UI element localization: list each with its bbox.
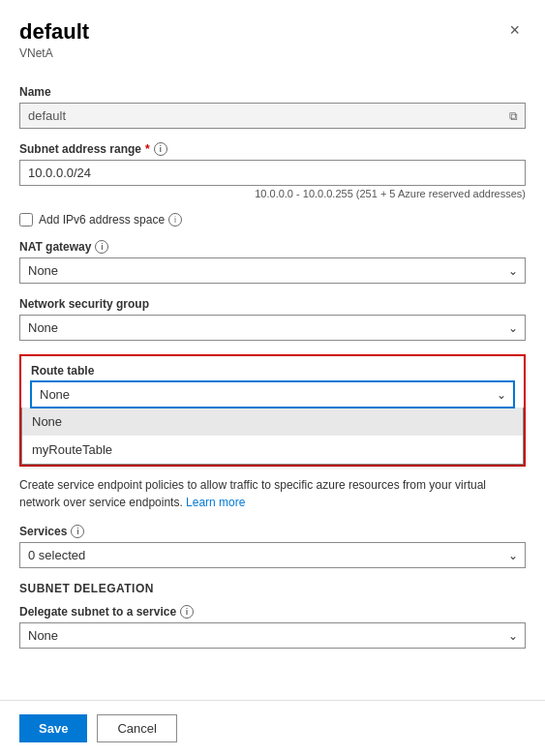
nat-select-wrapper: None ⌄ — [19, 257, 526, 284]
save-button[interactable]: Save — [19, 714, 87, 742]
route-table-section: Route table None myRouteTable ⌄ None myR… — [19, 354, 526, 467]
name-field-group: Name ⧉ — [19, 85, 526, 129]
delegation-section: SUBNET DELEGATION Delegate subnet to a s… — [19, 582, 526, 649]
services-field-group: Services i 0 selected ⌄ — [19, 525, 526, 568]
name-label: Name — [19, 85, 526, 99]
delegate-label: Delegate subnet to a service i — [19, 605, 526, 619]
panel-title: default — [19, 19, 89, 45]
delegate-select[interactable]: None — [19, 622, 526, 649]
subnet-hint: 10.0.0.0 - 10.0.0.255 (251 + 5 Azure res… — [19, 188, 526, 199]
ipv6-checkbox[interactable] — [19, 213, 33, 227]
name-input-wrapper: ⧉ — [19, 103, 526, 129]
subnet-input[interactable] — [19, 160, 526, 186]
close-button[interactable]: × — [503, 19, 526, 41]
panel-subtitle: VNetA — [19, 46, 89, 60]
subnet-field-group: Subnet address range * i 10.0.0.0 - 10.0… — [19, 142, 526, 199]
ipv6-label: Add IPv6 address space i — [39, 213, 182, 227]
required-marker: * — [145, 142, 150, 156]
nsg-select-wrapper: None ⌄ — [19, 315, 526, 341]
delegate-info-icon[interactable]: i — [180, 605, 194, 619]
ipv6-info-icon[interactable]: i — [168, 213, 182, 227]
route-option-myroutetable[interactable]: myRouteTable — [22, 436, 523, 464]
ipv6-row: Add IPv6 address space i — [19, 213, 526, 227]
learn-more-link[interactable]: Learn more — [186, 496, 245, 509]
nat-select[interactable]: None — [19, 257, 526, 284]
nsg-field-group: Network security group None ⌄ — [19, 297, 526, 341]
services-select-wrapper: 0 selected ⌄ — [19, 542, 526, 568]
services-label: Services i — [19, 525, 526, 538]
nat-field-group: NAT gateway i None ⌄ — [19, 240, 526, 284]
services-info-icon[interactable]: i — [71, 525, 84, 538]
route-field-group: Route table None myRouteTable ⌄ — [31, 364, 514, 408]
route-dropdown-list: None myRouteTable — [21, 408, 524, 465]
nat-info-icon[interactable]: i — [95, 240, 108, 254]
subnet-info-icon[interactable]: i — [154, 142, 167, 156]
delegation-heading: SUBNET DELEGATION — [19, 582, 526, 595]
subnet-panel: default VNetA × Name ⧉ Subnet address ra… — [0, 0, 545, 756]
name-input[interactable] — [19, 103, 526, 129]
nat-label: NAT gateway i — [19, 240, 526, 254]
service-endpoint-text: Create service endpoint policies to allo… — [19, 476, 526, 511]
subnet-label: Subnet address range * i — [19, 142, 526, 156]
route-option-none[interactable]: None — [22, 408, 523, 436]
delegate-select-wrapper: None ⌄ — [19, 622, 526, 649]
panel-body: Name ⧉ Subnet address range * i 10.0.0.0… — [0, 70, 545, 700]
nsg-label: Network security group — [19, 297, 526, 311]
services-select[interactable]: 0 selected — [19, 542, 526, 568]
title-block: default VNetA — [19, 19, 89, 60]
panel-footer: Save Cancel — [0, 700, 545, 756]
subnet-input-wrapper — [19, 160, 526, 186]
route-select[interactable]: None myRouteTable — [31, 381, 514, 408]
nsg-select[interactable]: None — [19, 315, 526, 341]
copy-icon[interactable]: ⧉ — [509, 109, 518, 123]
route-select-wrapper: None myRouteTable ⌄ — [31, 381, 514, 408]
cancel-button[interactable]: Cancel — [97, 714, 176, 742]
panel-header: default VNetA × — [0, 0, 545, 70]
route-label: Route table — [31, 364, 514, 378]
